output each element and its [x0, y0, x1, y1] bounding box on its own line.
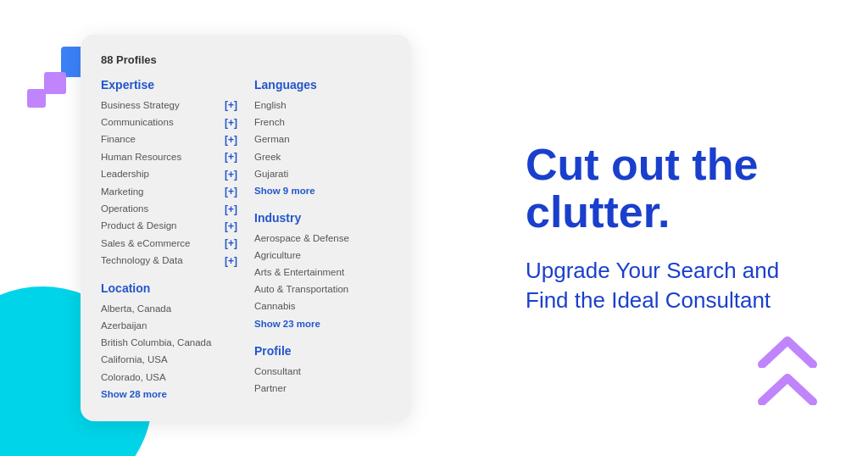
industry-item-2: Arts & Entertainment	[254, 264, 391, 281]
industry-item-3: Auto & Transportation	[254, 281, 391, 298]
languages-show-more[interactable]: Show 9 more	[254, 182, 391, 199]
headline: Cut out the clutter.	[526, 141, 826, 236]
location-show-more[interactable]: Show 28 more	[101, 386, 237, 403]
card-title: 88 Profiles	[101, 53, 391, 66]
expertise-item-3[interactable]: Human Resources [+]	[101, 148, 237, 165]
industry-item-4: Cannabis	[254, 298, 391, 314]
industry-item-0: Aerospace & Defense	[254, 230, 391, 247]
language-item-3: Greek	[254, 148, 391, 165]
expertise-plus-2[interactable]: [+]	[225, 131, 237, 148]
subheadline: Upgrade Your Search and Find the Ideal C…	[526, 256, 826, 315]
expertise-plus-4[interactable]: [+]	[225, 166, 237, 183]
language-item-4: Gujarati	[254, 165, 391, 182]
expertise-label-3: Human Resources	[101, 149, 181, 166]
right-column: Languages English French German Greek Gu…	[254, 78, 391, 403]
expertise-item-5[interactable]: Marketing [+]	[101, 183, 237, 200]
chevron-container	[758, 336, 817, 405]
location-item-3: California, USA	[101, 351, 237, 368]
card-columns: Expertise Business Strategy [+] Communic…	[101, 78, 391, 403]
language-item-2: German	[254, 131, 391, 147]
expertise-label-4: Leadership	[101, 166, 149, 183]
deco-square-purple-1	[44, 72, 66, 94]
chevron-up-icon-1	[758, 336, 817, 368]
filter-card: 88 Profiles Expertise Business Strategy …	[81, 35, 411, 421]
industry-show-more[interactable]: Show 23 more	[254, 315, 391, 332]
headline-line2: clutter.	[526, 187, 670, 236]
industry-item-1: Agriculture	[254, 247, 391, 264]
languages-heading: Languages	[254, 78, 391, 92]
expertise-label-7: Product & Design	[101, 218, 177, 235]
headline-line1: Cut out the	[526, 140, 758, 189]
expertise-label-1: Communications	[101, 114, 174, 131]
expertise-plus-5[interactable]: [+]	[225, 183, 237, 200]
expertise-plus-1[interactable]: [+]	[225, 114, 237, 131]
location-item-0: Alberta, Canada	[101, 300, 237, 317]
expertise-label-9: Technology & Data	[101, 253, 183, 270]
location-item-2: British Columbia, Canada	[101, 334, 237, 351]
expertise-plus-6[interactable]: [+]	[225, 201, 237, 218]
location-item-4: Colorado, USA	[101, 369, 237, 386]
expertise-plus-0[interactable]: [+]	[225, 97, 237, 114]
expertise-item-4[interactable]: Leadership [+]	[101, 166, 237, 183]
location-heading: Location	[101, 281, 237, 295]
expertise-item-0[interactable]: Business Strategy [+]	[101, 97, 237, 114]
expertise-item-9[interactable]: Technology & Data [+]	[101, 253, 237, 270]
expertise-plus-7[interactable]: [+]	[225, 218, 237, 235]
right-section: Cut out the clutter. Upgrade Your Search…	[492, 0, 868, 456]
expertise-plus-8[interactable]: [+]	[225, 235, 237, 252]
deco-square-purple-2	[27, 89, 46, 108]
expertise-item-6[interactable]: Operations [+]	[101, 201, 237, 218]
expertise-item-7[interactable]: Product & Design [+]	[101, 218, 237, 235]
left-column: Expertise Business Strategy [+] Communic…	[101, 78, 237, 403]
expertise-heading: Expertise	[101, 78, 237, 92]
expertise-item-8[interactable]: Sales & eCommerce [+]	[101, 235, 237, 252]
expertise-label-5: Marketing	[101, 184, 144, 201]
expertise-plus-9[interactable]: [+]	[225, 253, 237, 270]
chevron-up-icon-2	[758, 373, 817, 405]
expertise-label-8: Sales & eCommerce	[101, 236, 190, 253]
expertise-label-6: Operations	[101, 201, 148, 218]
location-item-1: Azerbaijan	[101, 317, 237, 334]
expertise-label-0: Business Strategy	[101, 97, 180, 114]
profile-item-1: Partner	[254, 380, 391, 397]
expertise-item-2[interactable]: Finance [+]	[101, 131, 237, 148]
language-item-0: English	[254, 97, 391, 114]
expertise-plus-3[interactable]: [+]	[225, 148, 237, 165]
language-item-1: French	[254, 114, 391, 131]
industry-heading: Industry	[254, 211, 391, 225]
profile-heading: Profile	[254, 344, 391, 358]
left-section: 88 Profiles Expertise Business Strategy …	[0, 0, 492, 456]
profile-item-0: Consultant	[254, 363, 391, 380]
expertise-item-1[interactable]: Communications [+]	[101, 114, 237, 131]
expertise-label-2: Finance	[101, 131, 136, 148]
